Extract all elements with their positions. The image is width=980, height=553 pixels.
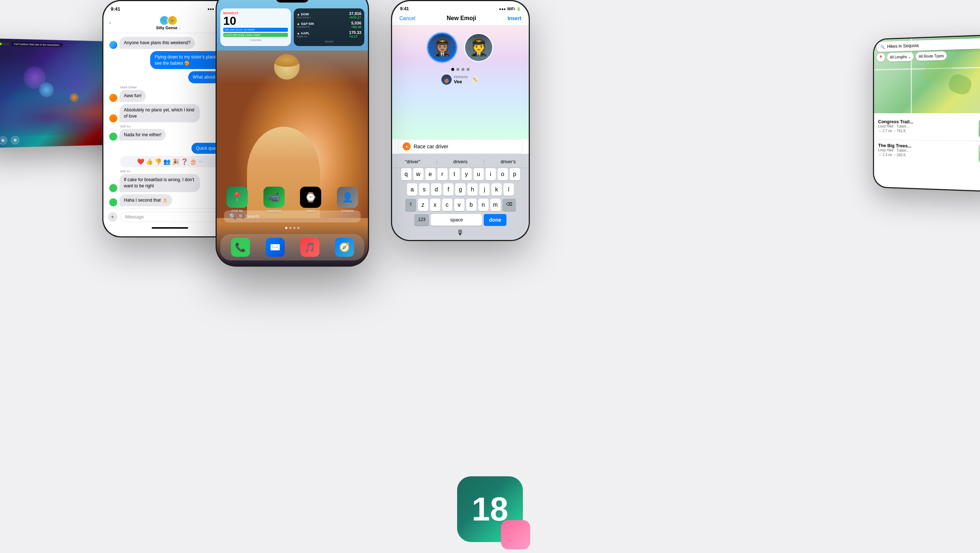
dock-mail[interactable]: ✉️: [259, 238, 291, 257]
done-key[interactable]: done: [484, 214, 506, 226]
maps-search-icon: 🔍: [880, 44, 885, 49]
numbers-key[interactable]: 123: [414, 214, 429, 226]
key-j[interactable]: j: [479, 183, 490, 196]
microphone-key[interactable]: 🎙: [393, 229, 527, 237]
key-c[interactable]: c: [442, 199, 452, 211]
suggestion-3[interactable]: driver's: [501, 159, 516, 165]
maps-search-bar[interactable]: 🔍 Hikes in Sequoia ✕: [877, 38, 980, 52]
key-q[interactable]: q: [401, 168, 411, 180]
key-a[interactable]: a: [407, 183, 417, 196]
keyboard-row-2: a s d f g h j k l: [393, 183, 527, 196]
group-avatars: 🐦 🐦: [159, 15, 178, 25]
key-r[interactable]: r: [438, 168, 448, 180]
key-h[interactable]: h: [467, 183, 477, 196]
emoji-avatar-2[interactable]: 🧑‍✈️: [464, 33, 493, 62]
reaction-heart[interactable]: ❤️: [137, 158, 144, 165]
emoji-time: 9:41: [400, 6, 409, 11]
home-search-bar[interactable]: 🔍 🔍 Search: [224, 210, 361, 222]
suggestion-2[interactable]: drivers: [453, 159, 468, 165]
emoji-cancel-button[interactable]: Cancel: [399, 15, 415, 21]
trail-result-2[interactable]: The Big Trees... Loop Hike · Tulare... ↔…: [878, 140, 980, 166]
key-z[interactable]: z: [418, 199, 428, 211]
key-u[interactable]: u: [474, 168, 484, 180]
maps-location-button[interactable]: 📍: [877, 53, 885, 62]
ios18-icon: 18: [457, 476, 523, 542]
filter-route-types[interactable]: All Route Types: [916, 51, 947, 60]
person-info: PERSON Vee: [454, 75, 468, 84]
keyboard-row-4: 123 space done: [393, 214, 527, 226]
emoji-input-field[interactable]: ✦ Race car driver: [398, 139, 523, 154]
key-x[interactable]: x: [430, 199, 440, 211]
key-i[interactable]: i: [485, 168, 496, 180]
person-label-area: 👩🏽 PERSON Vee ✏️: [441, 75, 479, 85]
dock-music[interactable]: 🎵: [293, 238, 326, 257]
reaction-celebrate[interactable]: 🎉: [172, 158, 180, 165]
edit-person-button[interactable]: ✏️: [471, 76, 479, 84]
key-p[interactable]: p: [510, 168, 520, 180]
phone-icon: 📞: [231, 238, 250, 257]
app-findmy[interactable]: 📍 Find My: [220, 187, 254, 213]
key-o[interactable]: o: [498, 168, 508, 180]
dock-safari[interactable]: 🧭: [328, 238, 361, 257]
key-n[interactable]: n: [478, 199, 488, 211]
result-1-thumbnail: [978, 119, 980, 138]
emoji-signal: ●●●: [499, 7, 506, 11]
key-m[interactable]: m: [490, 199, 501, 211]
key-d[interactable]: d: [431, 183, 441, 196]
maps-map: 🔍 Hikes in Sequoia ✕ 📍 All Lengths ⌄ All…: [874, 35, 980, 113]
cal-event-2: Lunch with Andy 11am–12pm: [223, 33, 288, 37]
result-2-map-img: [978, 144, 980, 163]
dow-name: ▲ DOW: [297, 13, 313, 16]
key-l[interactable]: l: [504, 183, 514, 196]
message-bubble: Absolutely no plans yet, which I kind of…: [119, 104, 200, 122]
trail-result-1[interactable]: Congress Trail... Loop Hike · Tulare... …: [878, 116, 980, 141]
reaction-cake[interactable]: 🎂: [189, 158, 197, 165]
reaction-people[interactable]: 👥: [163, 158, 171, 165]
key-g[interactable]: g: [455, 183, 466, 196]
emoji-dot-1: [451, 68, 454, 71]
more-reactions[interactable]: ···: [199, 158, 203, 165]
page-dot-3: [293, 227, 296, 229]
facetime-icon: 📹: [264, 187, 285, 208]
app-watch[interactable]: ⌚ Watch: [294, 187, 328, 213]
message-bubble: Anyone have plans this weekend?: [119, 37, 195, 49]
key-y[interactable]: y: [461, 168, 472, 180]
key-w[interactable]: w: [413, 168, 423, 180]
filter-lengths[interactable]: All Lengths ⌄: [887, 52, 914, 62]
stocks-widget[interactable]: ▲ DOW Dow Jones I... 37,816 +570.17 ▲ S&…: [294, 8, 364, 46]
emoji-insert-button[interactable]: Insert: [508, 15, 522, 21]
suggestion-1[interactable]: "driver": [405, 159, 421, 165]
reaction-thumbsdown[interactable]: 👎: [154, 158, 162, 165]
home-screen: 9:41 ●●● WiFi 🔋 MONDAY 10 Site visit 10:…: [217, 0, 368, 265]
key-v[interactable]: v: [454, 199, 465, 211]
key-s[interactable]: s: [419, 183, 430, 196]
lengths-chevron: ⌄: [908, 54, 911, 59]
suggestion-divider-1: |: [436, 159, 438, 165]
reaction-thumbsup[interactable]: 👍: [146, 158, 153, 165]
reaction-question[interactable]: ❓: [181, 158, 188, 165]
backspace-key[interactable]: ⌫: [503, 199, 516, 211]
key-f[interactable]: f: [443, 183, 453, 196]
ios18-logo: 18: [457, 476, 523, 542]
calendar-widget[interactable]: MONDAY 10 Site visit 10:15–10:45AM Lunch…: [220, 8, 291, 46]
key-e[interactable]: e: [425, 168, 436, 180]
keyboard-row-3: ⇧ z x c v b n m ⌫: [393, 199, 527, 211]
ctrl-btn-2[interactable]: [0, 136, 7, 145]
message-bubble: If cake for breakfast is wrong, I don't …: [119, 174, 200, 192]
shift-key[interactable]: ⇧: [405, 199, 416, 211]
page-dot-2: [290, 227, 291, 229]
compose-plus-button[interactable]: +: [108, 212, 117, 222]
app-contacts[interactable]: 👤 Contacts: [331, 187, 365, 213]
key-t[interactable]: t: [449, 168, 460, 180]
back-button[interactable]: ‹: [109, 20, 111, 25]
imessage-input[interactable]: iMessage: [120, 212, 224, 222]
home-phone: 9:41 ●●● WiFi 🔋 MONDAY 10 Site visit 10:…: [216, 0, 369, 267]
app-facetime[interactable]: 📹 FaceTime: [257, 187, 291, 213]
dock-phone[interactable]: 📞: [224, 238, 256, 257]
key-b[interactable]: b: [466, 199, 476, 211]
emoji-avatar-1[interactable]: 👩🏽‍✈️: [428, 33, 457, 62]
ctrl-btn-3[interactable]: [11, 136, 19, 144]
findmy-icon: 📍: [226, 187, 248, 208]
space-key[interactable]: space: [431, 214, 482, 226]
key-k[interactable]: k: [492, 183, 502, 196]
